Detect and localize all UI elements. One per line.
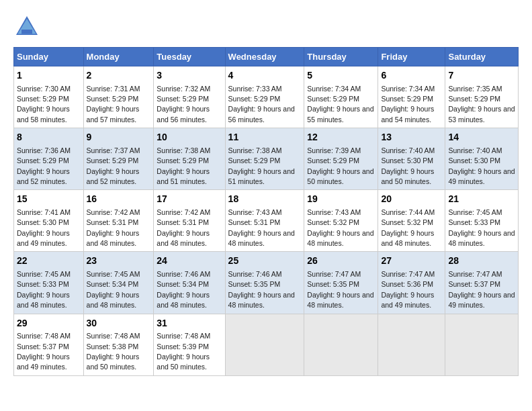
day-cell: 10 Sunrise: 7:38 AMSunset: 5:29 PMDaylig…	[154, 128, 225, 190]
day-number: 12	[307, 131, 375, 144]
day-number: 24	[157, 255, 222, 268]
day-cell: 8 Sunrise: 7:36 AMSunset: 5:29 PMDayligh…	[14, 128, 84, 190]
day-number: 6	[381, 69, 442, 83]
day-number: 11	[228, 131, 302, 144]
day-info: Sunrise: 7:45 AMSunset: 5:34 PMDaylight:…	[87, 270, 140, 309]
day-info: Sunrise: 7:30 AMSunset: 5:29 PMDaylight:…	[17, 85, 71, 124]
day-cell: 15 Sunrise: 7:41 AMSunset: 5:30 PMDaylig…	[14, 190, 84, 252]
svg-rect-2	[21, 30, 32, 34]
day-info: Sunrise: 7:42 AMSunset: 5:31 PMDaylight:…	[157, 208, 210, 247]
day-number: 23	[87, 255, 151, 268]
day-info: Sunrise: 7:34 AMSunset: 5:29 PMDaylight:…	[381, 85, 435, 124]
day-cell: 9 Sunrise: 7:37 AMSunset: 5:29 PMDayligh…	[83, 128, 154, 190]
day-info: Sunrise: 7:39 AMSunset: 5:29 PMDaylight:…	[307, 146, 373, 185]
day-info: Sunrise: 7:38 AMSunset: 5:29 PMDaylight:…	[157, 146, 210, 185]
day-cell: 2 Sunrise: 7:31 AMSunset: 5:29 PMDayligh…	[83, 66, 154, 128]
day-info: Sunrise: 7:36 AMSunset: 5:29 PMDaylight:…	[17, 146, 71, 185]
day-info: Sunrise: 7:47 AMSunset: 5:37 PMDaylight:…	[448, 270, 515, 309]
day-cell: 12 Sunrise: 7:39 AMSunset: 5:29 PMDaylig…	[304, 128, 378, 190]
day-cell: 16 Sunrise: 7:42 AMSunset: 5:31 PMDaylig…	[83, 190, 154, 252]
day-cell: 5 Sunrise: 7:34 AMSunset: 5:29 PMDayligh…	[304, 66, 378, 128]
day-info: Sunrise: 7:34 AMSunset: 5:29 PMDaylight:…	[307, 85, 373, 124]
day-number: 2	[87, 69, 151, 83]
logo	[13, 13, 44, 40]
week-row-2: 8 Sunrise: 7:36 AMSunset: 5:29 PMDayligh…	[14, 128, 519, 190]
day-number: 14	[448, 131, 515, 144]
day-number: 29	[17, 317, 81, 330]
header-cell-sunday: Sunday	[14, 48, 84, 66]
day-number: 16	[87, 193, 151, 206]
week-row-5: 29 Sunrise: 7:48 AMSunset: 5:37 PMDaylig…	[14, 314, 519, 375]
calendar-table: SundayMondayTuesdayWednesdayThursdayFrid…	[13, 47, 519, 376]
day-cell: 14 Sunrise: 7:40 AMSunset: 5:30 PMDaylig…	[445, 128, 519, 190]
day-cell: 28 Sunrise: 7:47 AMSunset: 5:37 PMDaylig…	[445, 252, 519, 314]
day-number: 5	[307, 69, 375, 83]
day-cell: 18 Sunrise: 7:43 AMSunset: 5:31 PMDaylig…	[225, 190, 304, 252]
day-info: Sunrise: 7:44 AMSunset: 5:32 PMDaylight:…	[381, 208, 435, 247]
day-number: 7	[448, 69, 515, 83]
day-cell: 20 Sunrise: 7:44 AMSunset: 5:32 PMDaylig…	[378, 190, 445, 252]
header-cell-friday: Friday	[378, 48, 445, 66]
day-info: Sunrise: 7:31 AMSunset: 5:29 PMDaylight:…	[87, 85, 140, 124]
day-cell: 7 Sunrise: 7:35 AMSunset: 5:29 PMDayligh…	[445, 66, 519, 128]
day-info: Sunrise: 7:46 AMSunset: 5:34 PMDaylight:…	[157, 270, 210, 309]
day-info: Sunrise: 7:46 AMSunset: 5:35 PMDaylight:…	[228, 270, 295, 309]
day-cell: 24 Sunrise: 7:46 AMSunset: 5:34 PMDaylig…	[154, 252, 225, 314]
day-cell	[225, 314, 304, 375]
day-cell: 19 Sunrise: 7:43 AMSunset: 5:32 PMDaylig…	[304, 190, 378, 252]
day-number: 20	[381, 193, 442, 206]
day-info: Sunrise: 7:40 AMSunset: 5:30 PMDaylight:…	[381, 146, 435, 185]
day-info: Sunrise: 7:40 AMSunset: 5:30 PMDaylight:…	[448, 146, 515, 185]
day-info: Sunrise: 7:37 AMSunset: 5:29 PMDaylight:…	[87, 146, 140, 185]
day-number: 8	[17, 131, 81, 144]
day-info: Sunrise: 7:33 AMSunset: 5:29 PMDaylight:…	[228, 85, 295, 124]
day-cell: 31 Sunrise: 7:48 AMSunset: 5:39 PMDaylig…	[154, 314, 225, 375]
day-number: 17	[157, 193, 222, 206]
day-number: 13	[381, 131, 442, 144]
day-info: Sunrise: 7:32 AMSunset: 5:29 PMDaylight:…	[157, 85, 210, 124]
header-cell-thursday: Thursday	[304, 48, 378, 66]
week-row-4: 22 Sunrise: 7:45 AMSunset: 5:33 PMDaylig…	[14, 252, 519, 314]
day-cell: 22 Sunrise: 7:45 AMSunset: 5:33 PMDaylig…	[14, 252, 84, 314]
week-row-3: 15 Sunrise: 7:41 AMSunset: 5:30 PMDaylig…	[14, 190, 519, 252]
header-row: SundayMondayTuesdayWednesdayThursdayFrid…	[14, 48, 519, 66]
day-cell: 4 Sunrise: 7:33 AMSunset: 5:29 PMDayligh…	[225, 66, 304, 128]
day-number: 25	[228, 255, 302, 268]
day-cell: 27 Sunrise: 7:47 AMSunset: 5:36 PMDaylig…	[378, 252, 445, 314]
week-row-1: 1 Sunrise: 7:30 AMSunset: 5:29 PMDayligh…	[14, 66, 519, 128]
day-info: Sunrise: 7:41 AMSunset: 5:30 PMDaylight:…	[17, 208, 71, 247]
day-cell: 26 Sunrise: 7:47 AMSunset: 5:35 PMDaylig…	[304, 252, 378, 314]
day-cell: 13 Sunrise: 7:40 AMSunset: 5:30 PMDaylig…	[378, 128, 445, 190]
day-info: Sunrise: 7:48 AMSunset: 5:39 PMDaylight:…	[157, 332, 210, 371]
day-cell: 17 Sunrise: 7:42 AMSunset: 5:31 PMDaylig…	[154, 190, 225, 252]
day-cell: 30 Sunrise: 7:48 AMSunset: 5:38 PMDaylig…	[83, 314, 154, 375]
day-info: Sunrise: 7:48 AMSunset: 5:37 PMDaylight:…	[17, 332, 71, 371]
day-cell: 1 Sunrise: 7:30 AMSunset: 5:29 PMDayligh…	[14, 66, 84, 128]
day-number: 15	[17, 193, 81, 206]
day-cell	[304, 314, 378, 375]
logo-icon	[13, 13, 40, 40]
day-number: 30	[87, 317, 151, 330]
day-number: 31	[157, 317, 222, 330]
day-cell: 29 Sunrise: 7:48 AMSunset: 5:37 PMDaylig…	[14, 314, 84, 375]
day-number: 22	[17, 255, 81, 268]
day-cell: 23 Sunrise: 7:45 AMSunset: 5:34 PMDaylig…	[83, 252, 154, 314]
header-cell-tuesday: Tuesday	[154, 48, 225, 66]
day-number: 28	[448, 255, 515, 268]
day-number: 10	[157, 131, 222, 144]
header-cell-monday: Monday	[83, 48, 154, 66]
day-number: 3	[157, 69, 222, 83]
day-cell: 6 Sunrise: 7:34 AMSunset: 5:29 PMDayligh…	[378, 66, 445, 128]
header-cell-saturday: Saturday	[445, 48, 519, 66]
day-info: Sunrise: 7:42 AMSunset: 5:31 PMDaylight:…	[87, 208, 140, 247]
day-number: 18	[228, 193, 302, 206]
day-number: 19	[307, 193, 375, 206]
day-cell: 25 Sunrise: 7:46 AMSunset: 5:35 PMDaylig…	[225, 252, 304, 314]
day-cell: 11 Sunrise: 7:38 AMSunset: 5:29 PMDaylig…	[225, 128, 304, 190]
day-number: 4	[228, 69, 302, 83]
day-number: 26	[307, 255, 375, 268]
day-info: Sunrise: 7:43 AMSunset: 5:32 PMDaylight:…	[307, 208, 373, 247]
day-info: Sunrise: 7:47 AMSunset: 5:35 PMDaylight:…	[307, 270, 373, 309]
day-info: Sunrise: 7:43 AMSunset: 5:31 PMDaylight:…	[228, 208, 295, 247]
header	[13, 13, 519, 40]
